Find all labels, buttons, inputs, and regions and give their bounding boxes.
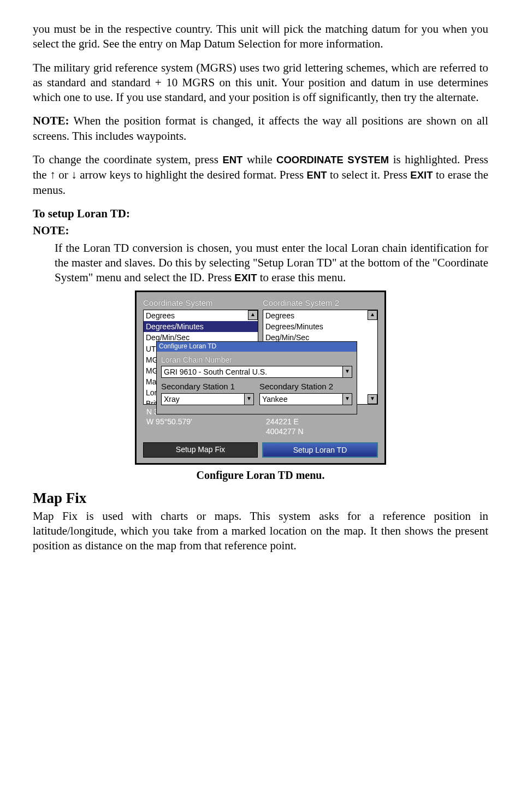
paragraph-1: you must be in the respective country. T… [33, 22, 488, 52]
para3-mid1: while [242, 153, 276, 166]
ent-key-1: ENT [222, 154, 242, 165]
secondary-station-2-combo[interactable]: Yankee ▼ [259, 393, 352, 405]
coord-easting: 244221 E [263, 417, 378, 426]
exit-key-2: EXIT [234, 272, 257, 283]
loran-chain-number-value: GRI 9610 - South Central U.S. [164, 368, 267, 376]
exit-key-1: EXIT [410, 169, 433, 181]
coord-northing: 4004277 N [263, 426, 378, 436]
coord-sys-2-label: Coordinate System 2 [263, 298, 378, 309]
para3-pre: To change the coordinate system, press [33, 153, 222, 166]
loran-chain-number-label: Loran Chain Number [161, 355, 352, 365]
down-arrow-icon: ↓ [71, 168, 77, 181]
map-fix-paragraph: Map Fix is used with charts or maps. Thi… [33, 509, 488, 554]
figure-caption: Configure Loran TD menu. [33, 468, 488, 482]
setup-loran-heading: To setup Loran TD: [33, 206, 488, 221]
loran-chain-number-combo[interactable]: GRI 9610 - South Central U.S. ▼ [161, 366, 352, 378]
list-item[interactable]: Degrees [144, 310, 258, 321]
para3-mid3: arrow keys to highlight the desired form… [77, 168, 307, 181]
map-fix-heading: Map Fix [33, 489, 488, 508]
ent-key-2: ENT [307, 169, 327, 181]
note-label: NOTE: [33, 114, 69, 127]
configure-loran-td-dialog: Configure Loran TD Loran Chain Number GR… [156, 341, 357, 414]
dialog-title: Configure Loran TD [157, 342, 357, 352]
coordinate-system-window: Coordinate System ▲ Degrees Degrees/Minu… [135, 291, 386, 464]
secondary-station-2-value: Yankee [262, 395, 287, 404]
para3-mid4: to select it. Press [327, 168, 411, 181]
coordinate-system-label: COORDINATE SYSTEM [276, 154, 389, 165]
chevron-down-icon[interactable]: ▼ [342, 394, 352, 405]
note-paragraph: NOTE: When the position format is change… [33, 114, 488, 144]
chevron-down-icon[interactable]: ▼ [244, 394, 253, 405]
scroll-up-icon[interactable]: ▲ [248, 310, 258, 320]
chevron-down-icon[interactable]: ▼ [342, 366, 352, 377]
setup-loran-td-button[interactable]: Setup Loran TD [262, 442, 378, 458]
note2-label: NOTE: [33, 223, 488, 238]
list-item[interactable]: Degrees/Minutes [263, 321, 377, 332]
note2-post: to erase this menu. [257, 271, 346, 284]
list-item[interactable]: Degrees/Minutes [144, 321, 258, 332]
scroll-up-icon[interactable]: ▲ [368, 310, 377, 320]
or-text: or [56, 168, 71, 181]
coord-sys-1-label: Coordinate System [143, 298, 258, 309]
up-arrow-icon: ↑ [50, 168, 56, 181]
scroll-down-icon[interactable]: ▼ [368, 394, 377, 404]
secondary-station-1-combo[interactable]: Xray ▼ [161, 393, 254, 405]
setup-map-fix-button[interactable]: Setup Map Fix [143, 442, 258, 458]
secondary-station-2-label: Secondary Station 2 [259, 381, 352, 392]
list-item[interactable]: Degrees [263, 310, 377, 321]
note-text: When the position format is changed, it … [33, 114, 488, 142]
paragraph-3: To change the coordinate system, press E… [33, 152, 488, 198]
paragraph-2: The military grid reference system (MGRS… [33, 61, 488, 105]
secondary-station-1-label: Secondary Station 1 [161, 381, 254, 392]
secondary-station-1-value: Xray [164, 395, 180, 404]
coord-lon: W 95°50.579' [143, 417, 258, 426]
note2-paragraph: If the Loran TD conversion is chosen, yo… [55, 241, 488, 286]
